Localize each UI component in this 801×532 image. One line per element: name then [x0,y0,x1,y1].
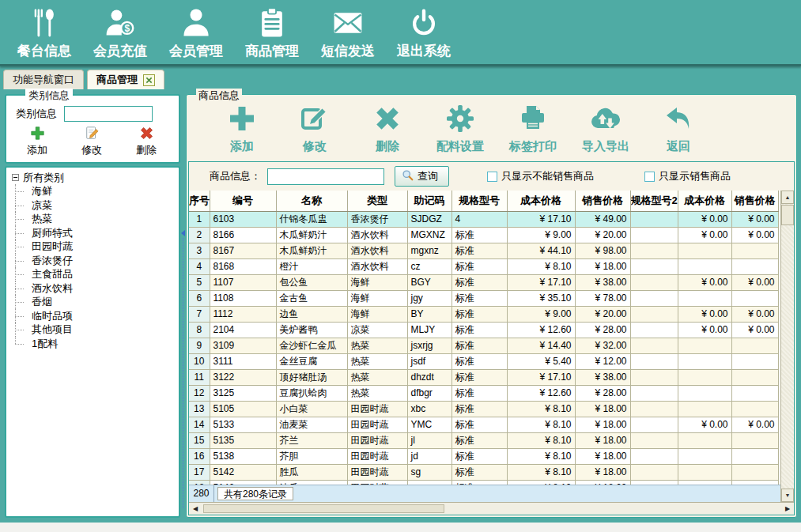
nav-exit[interactable]: 退出系统 [389,4,459,60]
table-row[interactable]: 123125豆腐扒蛤肉热菜dfbgr标准¥ 12.60¥ 28.00 [189,385,778,401]
scroll-left-icon[interactable]: ◀ [189,503,202,515]
table-row[interactable]: 71112边鱼海鲜BY标准¥ 9.00¥ 20.00¥ 0.00¥ 0.00 [189,306,778,322]
table-row[interactable]: 28166木瓜鲜奶汁酒水饮料MGXNZ标准¥ 9.00¥ 20.00¥ 0.00… [189,227,778,243]
table-cell: mgxnz [407,243,452,258]
category-modify-button[interactable]: 修改 [81,126,102,157]
category-delete-button[interactable]: 删除 [136,126,157,157]
checkbox-unsellable[interactable] [487,172,497,182]
horizontal-scroll-thumb[interactable] [203,504,444,513]
tree-item[interactable]: 酒水饮料 [6,281,179,296]
tree-collapse-icon[interactable] [12,174,19,181]
table-row[interactable]: 165138芥胆田园时蔬jd标准¥ 8.10¥ 18.00 [189,448,778,464]
query-button[interactable]: 查询 [395,166,449,187]
tree-item[interactable]: 临时品项 [6,309,179,323]
table-cell [731,385,778,401]
table-cell: 边鱼 [276,306,347,322]
nav-member-recharge[interactable]: $ 会员充值 [85,4,155,60]
column-header[interactable]: 序号 [189,191,210,211]
table-cell: ¥ 0.00 [678,306,731,322]
category-add-button[interactable]: 添加 [27,126,47,157]
import-export-button[interactable]: 导入导出 [574,103,637,154]
table-row[interactable]: 175142胜瓜田园时蔬sg标准¥ 8.10¥ 18.00 [189,464,778,480]
tree-item[interactable]: 香烟 [6,295,179,309]
printer-icon [517,103,549,137]
table-cell [678,258,731,274]
horizontal-scrollbar[interactable]: ◀ ▶ [189,502,794,515]
power-icon [406,4,441,40]
table-row[interactable]: 145133油麦菜田园时蔬YMC标准¥ 8.10¥ 18.00¥ 0.00¥ 0… [189,417,778,432]
column-header[interactable]: 销售价格 [731,191,778,211]
column-header[interactable]: 规格型号2 [630,191,678,211]
table-cell [731,290,778,306]
tree-item[interactable]: 1配料 [6,337,179,351]
table-cell: 1107 [210,274,276,290]
table-row[interactable]: 38167木瓜鲜奶汁酒水饮料mgxnz标准¥ 44.10¥ 98.00 [189,243,778,258]
product-add-button[interactable]: 添加 [210,103,274,154]
column-header[interactable]: 规格型号 [452,191,507,211]
nav-sms[interactable]: 短信发送 [313,4,383,60]
tree-item[interactable]: 热菜 [6,212,179,226]
panel-splitter[interactable] [180,94,186,518]
column-header[interactable]: 销售价格 [575,191,630,211]
tab-nav-window[interactable]: 功能导航窗口 [3,70,84,89]
column-header[interactable]: 类型 [347,191,407,211]
tab-close-icon[interactable] [143,74,155,86]
tree-item[interactable]: 凉菜 [6,198,179,213]
back-button[interactable]: 返回 [647,103,710,154]
tree-item[interactable]: 厨师特式 [6,226,179,240]
table-row[interactable]: 82104美炉酱鸭凉菜MLJY标准¥ 12.60¥ 28.00¥ 0.00¥ 0… [189,322,778,338]
table-row[interactable]: 135105小白菜田园时蔬xbc标准¥ 8.10¥ 18.00 [189,401,778,417]
label-print-button[interactable]: 标签打印 [501,103,565,154]
checkbox-label: 只显示不能销售商品 [501,169,594,183]
vertical-scrollbar[interactable]: ▲ ▼ [780,191,794,502]
tree-item[interactable]: 香浓煲仔 [6,254,179,268]
table-cell: 田园时蔬 [347,401,407,417]
table-cell: 3109 [210,338,276,353]
table-row[interactable]: 103111金丝豆腐热菜jsdf标准¥ 5.40¥ 12.00 [189,353,778,369]
table-cell [630,369,678,385]
splitter-collapse-icon[interactable] [181,230,185,236]
vertical-scroll-thumb[interactable] [781,205,794,225]
window-bottom-edge [0,523,801,532]
table-cell: cz [407,258,452,274]
category-input[interactable] [64,106,153,122]
tree-item[interactable]: 海鲜 [6,184,179,198]
column-header[interactable]: 助记码 [407,191,452,211]
table-cell: ¥ 18.00 [575,464,630,480]
record-count: 280 [189,485,214,502]
tree-item[interactable]: 主食甜品 [6,267,179,281]
tab-product-mgmt[interactable]: 商品管理 [87,70,164,89]
table-row[interactable]: 51107包公鱼海鲜BGY标准¥ 17.10¥ 38.00¥ 0.00¥ 0.0… [189,274,778,290]
product-modify-button[interactable]: 修改 [283,103,346,154]
ingredient-settings-button[interactable]: 配料设置 [429,103,492,154]
tree-root-node[interactable]: 所有类别 [6,171,179,184]
table-cell: 酒水饮料 [347,258,407,274]
column-header[interactable]: 名称 [276,191,347,211]
table-row[interactable]: 155135芥兰田园时蔬jl标准¥ 8.10¥ 18.00 [189,432,778,448]
table-row[interactable]: 113122顶好猪肚汤热菜dhzdt标准¥ 17.10¥ 38.00 [189,369,778,385]
table-row[interactable]: 61108金古鱼海鲜jgy标准¥ 35.10¥ 78.00 [189,290,778,306]
row-number-cell: 4 [189,258,210,274]
nav-member-mgmt[interactable]: 会员管理 [161,4,231,60]
table-row[interactable]: 93109金沙虾仁金瓜热菜jsxrjg标准¥ 14.40¥ 32.00 [189,338,778,353]
table-cell: 标准 [452,385,507,401]
scroll-up-icon[interactable]: ▲ [781,191,794,204]
column-header[interactable]: 成本价格 [678,191,731,211]
column-header[interactable]: 编号 [210,191,276,211]
tree-item[interactable]: 其他项目 [6,323,179,337]
nav-label: 会员管理 [169,42,223,60]
table-cell: ¥ 38.00 [575,274,630,290]
scroll-down-icon[interactable]: ▼ [781,489,794,502]
table-row[interactable]: 16103什锦冬瓜盅香浓煲仔SJDGZ4¥ 17.10¥ 49.00¥ 0.00… [189,211,778,227]
checkbox-sellable[interactable] [644,172,655,182]
table-row[interactable]: 48168橙汁酒水饮料cz标准¥ 8.10¥ 18.00 [189,258,778,274]
nav-table-info[interactable]: 餐台信息 [9,4,79,60]
nav-product-mgmt[interactable]: 商品管理 [237,4,307,60]
column-header[interactable]: 成本价格 [507,191,575,211]
table-cell: 海鲜 [347,290,407,306]
table-cell: 3122 [210,369,276,385]
tree-item[interactable]: 田园时蔬 [6,240,179,254]
product-search-input[interactable] [267,168,384,185]
product-delete-button[interactable]: 删除 [356,103,419,154]
scroll-right-icon[interactable]: ▶ [781,503,794,515]
